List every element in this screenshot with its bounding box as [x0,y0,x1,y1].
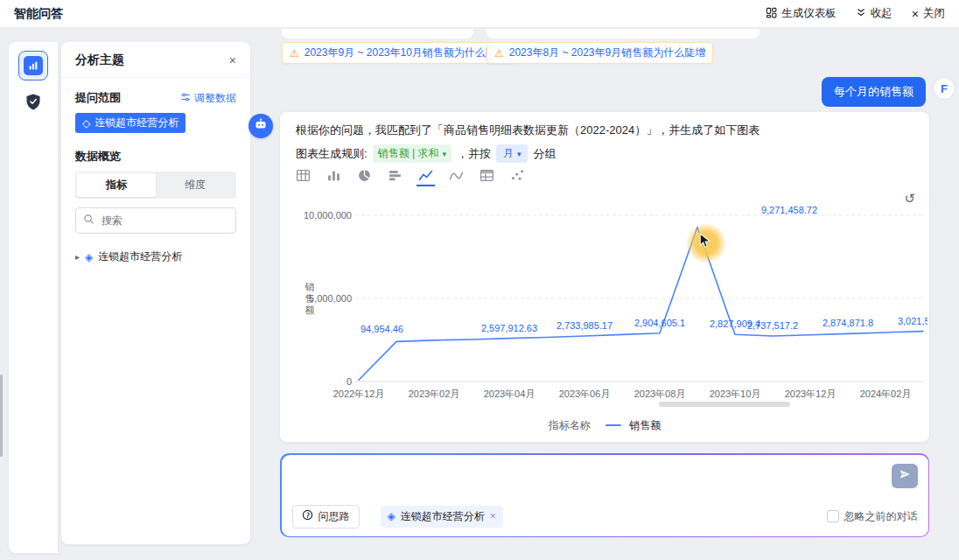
close-button[interactable]: × 关闭 [912,6,945,21]
svg-text:2,737,517.2: 2,737,517.2 [747,320,798,331]
scatter-chart-icon[interactable] [508,166,527,186]
analysis-panel: 分析主题 × 提问范围 调整数据 ◇ 连锁超市经营分析 数据概览 指标 维度 ▸… [61,42,250,544]
svg-text:2023年10月: 2023年10月 [710,388,761,399]
chart-horizontal-scrollbar[interactable] [659,402,790,407]
ask-ideas-chip[interactable]: 问思路 [292,505,360,528]
metric-dimension-tabs: 指标 维度 [75,172,236,199]
dataset-diamond-icon: ◈ [85,251,93,263]
ignore-previous-label: 忽略之前的对话 [844,509,918,524]
rail-security-button[interactable] [18,89,48,119]
svg-text:3,021,547.6: 3,021,547.6 [898,316,928,326]
legend-series-label: 销售额 [629,419,661,431]
scope-row: 提问范围 调整数据 [61,78,250,113]
search-icon [83,213,94,228]
svg-text:2,733,985.17: 2,733,985.17 [556,320,612,331]
composer-dataset-chip[interactable]: ◈ 连锁超市经营分析 × [381,506,503,528]
close-label: 关闭 [923,6,945,21]
chart-type-toolbar [294,166,527,186]
composer-footer-left: 问思路 ◈ 连锁超市经营分析 × [292,505,503,528]
panel-header: 分析主题 × [61,42,250,78]
panel-close-icon[interactable]: × [229,54,236,66]
svg-text:2023年04月: 2023年04月 [484,388,536,399]
ask-ideas-icon [302,509,313,523]
collapse-label: 收起 [871,6,892,21]
adjust-data-icon [180,92,191,105]
send-button[interactable] [892,464,918,488]
rail-analysis-button[interactable] [18,51,48,80]
search-input[interactable] [100,214,228,228]
rule-middle: ，并按 [457,146,491,162]
warning-icon: ⚠ [494,48,504,59]
group-chip-label: 月 [503,146,514,161]
tree-item-label: 连锁超市经营分析 [98,249,182,264]
adjust-data-link[interactable]: 调整数据 [180,91,236,106]
line-chart-icon[interactable] [416,166,435,186]
metric-chip[interactable]: 销售额 | 求和 ▾ [373,144,452,163]
robot-icon [254,117,268,135]
svg-text:2023年12月: 2023年12月 [785,388,836,399]
svg-text:2,597,912.63: 2,597,912.63 [481,323,537,333]
topbar-actions: 生成仪表板 收起 × 关闭 [766,6,945,21]
topbar: 智能问答 生成仪表板 收起 × 关闭 [0,0,959,28]
suggestion-label: 2023年8月 ~ 2023年9月销售额为什么陡增 [509,46,705,60]
remove-dataset-icon[interactable]: × [490,510,496,522]
svg-text:2024年02月: 2024年02月 [860,388,912,399]
ignore-previous-row: 忽略之前的对话 [827,509,918,524]
scope-label: 提问范围 [75,90,121,106]
dataset-tag-label: 连锁超市经营分析 [94,116,178,130]
caret-right-icon[interactable]: ▸ [75,252,80,262]
svg-text:售: 售 [304,293,315,304]
curve-chart-icon[interactable] [447,166,466,186]
svg-text:2022年12月: 2022年12月 [333,388,385,399]
generate-dashboard-button[interactable]: 生成仪表板 [766,6,836,21]
sales-line-chart[interactable]: 05,000,00010,000,000销售额2022年12月2023年02月2… [298,196,928,415]
clipped-previous-message [486,29,760,38]
line-chart-svg: 05,000,00010,000,000销售额2022年12月2023年02月2… [298,196,928,415]
page-scrollbar[interactable] [0,374,3,457]
bar-chart-app-icon [24,56,43,75]
pie-chart-icon[interactable] [355,166,374,186]
dataset-tree-item[interactable]: ▸ ◈ 连锁超市经营分析 [61,242,250,271]
svg-text:2023年06月: 2023年06月 [559,388,611,399]
app-title: 智能问答 [14,6,63,22]
assistant-avatar [248,114,273,138]
suggestion-chip-rise[interactable]: ⚠ 2023年8月 ~ 2023年9月销售额为什么陡增 [486,42,713,64]
caret-down-icon: ▾ [517,150,522,158]
panel-title: 分析主题 [75,52,124,68]
diamond-icon: ◇ [82,117,90,130]
dataset-tag[interactable]: ◇ 连锁超市经营分析 [75,113,186,133]
svg-text:2,874,871.8: 2,874,871.8 [822,318,873,328]
dataset-diamond-icon: ◈ [388,510,396,522]
warning-icon: ⚠ [290,48,299,59]
generate-dashboard-label: 生成仪表板 [781,6,836,21]
pivot-table-icon[interactable] [478,166,496,186]
chart-legend[interactable]: 指标名称 销售额 [280,418,929,433]
svg-text:2023年08月: 2023年08月 [634,388,686,399]
column-chart-icon[interactable] [325,166,343,186]
chart-rule-row: 图表生成规则: 销售额 | 求和 ▾ ，并按 月 ▾ 分组 [296,144,556,163]
svg-text:9,271,458.72: 9,271,458.72 [761,205,817,215]
tab-metrics[interactable]: 指标 [77,173,156,197]
dashboard-icon [766,7,777,21]
tab-dimensions[interactable]: 维度 [156,173,234,197]
adjust-data-label: 调整数据 [194,91,236,106]
svg-text:销: 销 [304,282,315,292]
left-rail [9,42,58,553]
prompt-input[interactable] [294,462,854,497]
svg-text:5,000,000: 5,000,000 [309,293,352,304]
collapse-button[interactable]: 收起 [856,6,892,21]
clipped-previous-message [282,29,473,38]
rule-prefix: 图表生成规则: [296,146,368,162]
table-chart-icon[interactable] [294,166,312,186]
legend-title: 指标名称 [549,419,591,431]
rule-suffix: 分组 [533,146,556,162]
assistant-response-card: 根据你的问题，我匹配到了「商品销售明细表数据更新（2022-2024）」，并生成… [280,112,929,442]
ignore-previous-checkbox[interactable] [827,510,839,522]
group-chip[interactable]: 月 ▾ [496,144,528,163]
caret-down-icon: ▾ [442,150,446,158]
shield-icon [24,93,42,116]
svg-text:0: 0 [346,376,352,387]
bar-chart-icon[interactable] [386,166,404,186]
suggestion-chip-drop[interactable]: ⚠ 2023年9月 ~ 2023年10月销售额为什么陡降 [282,42,514,64]
suggestion-label: 2023年9月 ~ 2023年10月销售额为什么陡降 [304,46,507,60]
